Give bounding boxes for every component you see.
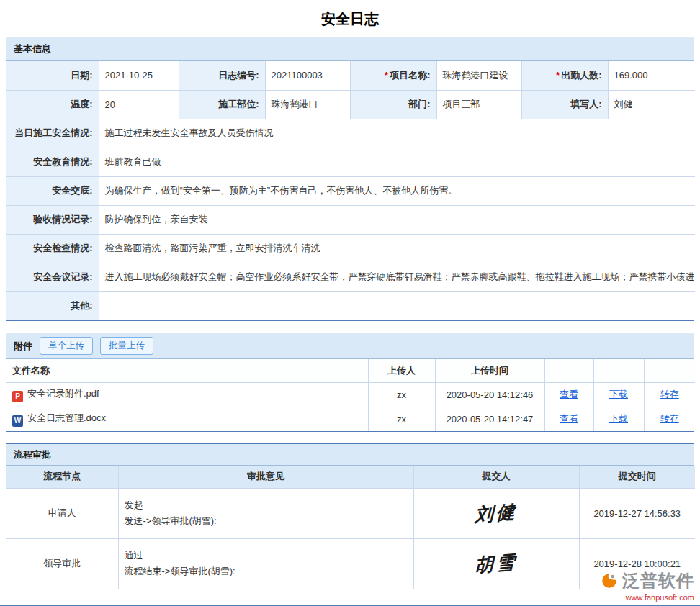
basic-info-section-title: 基本信息	[14, 42, 51, 55]
table-row: W安全日志管理.docx zx 2020-05-20 14:12:47 查看 下…	[6, 407, 695, 431]
opinion-line: 发起	[125, 497, 408, 513]
signature: 刘健	[475, 499, 518, 528]
required-asterisk: *	[385, 70, 388, 81]
field-label-text: 日期:	[71, 70, 92, 81]
field-label: *出勤人数:	[521, 61, 608, 90]
safety-meeting-field: 进入施工现场必须戴好安全帽；高空作业必须系好安全带，严禁穿硬底带钉易滑鞋；严禁赤…	[99, 263, 695, 291]
brand-name: 泛普软件	[622, 569, 694, 592]
column-header-empty	[544, 359, 593, 382]
table-row: 当日施工安全情况: 施工过程未发生安全事故及人员受伤情况	[6, 119, 695, 148]
opinion-cell: 发起 发送->领导审批(胡雪):	[118, 488, 413, 538]
field-label: 日志编号:	[179, 61, 265, 90]
table-row: 温度: 20 施工部位: 珠海鹤港口 部门: 项目三部 填写人: 刘健	[6, 90, 695, 119]
field-label: 部门:	[350, 90, 436, 119]
field-label: 填写人:	[521, 90, 608, 119]
field-label: 安全教育情况:	[6, 148, 99, 176]
approval-section-title: 流程审批	[14, 448, 51, 461]
field-label: 验收情况记录:	[6, 205, 99, 234]
approval-table: 流程节点 审批意见 提交人 提交时间 申请人 发起 发送->领导审批(胡雪): …	[6, 466, 695, 589]
field-label: 温度:	[6, 90, 99, 119]
field-label: *项目名称:	[350, 61, 436, 90]
attachments-section-header: 附件 单个上传 批量上传	[6, 333, 694, 359]
table-header-row: 流程节点 审批意见 提交人 提交时间	[6, 466, 695, 488]
download-link[interactable]: 下载	[609, 389, 628, 399]
column-header-empty	[644, 359, 695, 382]
field-label-text: 填写人:	[570, 99, 601, 109]
opinion-cell: 通过 流程结束->领导审批(胡雪):	[118, 538, 413, 589]
column-header-opinion: 审批意见	[118, 466, 413, 488]
safety-inspection-field: 检查路面清洗，路面污染严重，立即安排清洗车清洗	[99, 234, 695, 263]
field-label: 日期:	[6, 61, 99, 90]
log-number-field: 2021100003	[265, 61, 350, 90]
attachments-table: 文件名称 上传人 上传时间 P安全记录附件.pdf zx 2020-05-20 …	[6, 359, 695, 431]
file-name: 安全记录附件.pdf	[27, 388, 99, 399]
field-label-text: 项目名称:	[390, 70, 430, 81]
column-header-uploader: 上传人	[368, 359, 435, 382]
field-label-text: 日志编号:	[218, 70, 259, 81]
acceptance-record-field: 防护确保到位，亲自安装	[99, 205, 695, 234]
table-row: 其他:	[6, 291, 695, 320]
approval-section-header: 流程审批	[6, 444, 694, 466]
basic-info-table: 日期: 2021-10-25 日志编号: 2021100003 *项目名称: 珠…	[6, 61, 695, 320]
table-row: 安全检查情况: 检查路面清洗，路面污染严重，立即安排清洗车清洗	[6, 234, 695, 263]
save-as-link[interactable]: 转存	[660, 413, 679, 424]
writer-field: 刘健	[608, 90, 695, 119]
view-link[interactable]: 查看	[560, 389, 578, 399]
approval-panel: 流程审批 流程节点 审批意见 提交人 提交时间 申请人 发起 发送->领导审批(…	[6, 443, 694, 589]
table-header-row: 文件名称 上传人 上传时间	[6, 359, 695, 382]
table-row: 安全教育情况: 班前教育已做	[6, 148, 695, 176]
field-label: 安全交底:	[6, 176, 99, 205]
basic-info-section-header: 基本信息	[6, 37, 694, 61]
field-label: 安全检查情况:	[6, 234, 99, 263]
project-name-field: 珠海鹤港口建设	[436, 61, 521, 90]
signature-cell: 刘健	[413, 488, 579, 538]
uploader-cell: zx	[368, 407, 435, 431]
table-row: 安全交底: 为确保生产，做到“安全第一、预防为主”不伤害自己，不伤害他人、不被他…	[6, 176, 695, 205]
construction-part-field: 珠海鹤港口	[265, 90, 350, 119]
field-label: 当日施工安全情况:	[6, 119, 99, 148]
node-cell: 领导审批	[6, 538, 118, 589]
signature: 胡雪	[475, 549, 518, 578]
table-row: 领导审批 通过 流程结束->领导审批(胡雪): 胡雪 2019-12-28 10…	[6, 538, 695, 589]
date-field: 2021-10-25	[99, 61, 179, 90]
upload-time-cell: 2020-05-20 14:12:47	[435, 407, 544, 431]
word-icon: W	[12, 415, 23, 427]
page-title: 安全日志	[0, 0, 700, 37]
table-row: 日期: 2021-10-25 日志编号: 2021100003 *项目名称: 珠…	[6, 61, 695, 90]
upload-time-cell: 2020-05-20 14:12:46	[435, 382, 544, 407]
opinion-line: 发送->领导审批(胡雪):	[125, 513, 408, 529]
daily-safety-field: 施工过程未发生安全事故及人员受伤情况	[99, 119, 695, 148]
save-as-link[interactable]: 转存	[660, 389, 679, 399]
brand-url-link[interactable]: www.fanpusoft.com	[600, 593, 694, 602]
pdf-icon: P	[12, 391, 23, 402]
attachments-section-title: 附件	[14, 340, 32, 353]
fanpu-logo-icon	[600, 571, 619, 590]
column-header-upload-time: 上传时间	[435, 359, 544, 382]
batch-upload-button[interactable]: 批量上传	[100, 337, 153, 355]
file-name-cell: W安全日志管理.docx	[6, 407, 368, 431]
field-label-text: 施工部位:	[218, 99, 259, 109]
opinion-line: 通过	[125, 548, 408, 564]
signature-cell: 胡雪	[413, 538, 579, 589]
table-row: 验收情况记录: 防护确保到位，亲自安装	[6, 205, 695, 234]
file-name: 安全日志管理.docx	[27, 412, 106, 423]
field-label-text: 温度:	[71, 99, 92, 109]
content-area: 基本信息 日期: 2021-10-25 日志编号: 2021100003 *项目…	[6, 37, 694, 589]
view-link[interactable]: 查看	[560, 413, 578, 424]
safety-education-field: 班前教育已做	[99, 148, 695, 176]
single-upload-button[interactable]: 单个上传	[40, 337, 93, 355]
column-header-node: 流程节点	[6, 466, 118, 488]
node-cell: 申请人	[6, 488, 118, 538]
field-label: 安全会议记录:	[6, 263, 99, 291]
column-header-filename: 文件名称	[6, 359, 368, 382]
table-row: 申请人 发起 发送->领导审批(胡雪): 刘健 2019-12-27 14:56…	[6, 488, 695, 538]
column-header-submitter: 提交人	[413, 466, 579, 488]
field-label: 施工部位:	[179, 90, 265, 119]
submit-time-cell: 2019-12-27 14:56:33	[579, 488, 695, 538]
safety-briefing-field: 为确保生产，做到“安全第一、预防为主”不伤害自己，不伤害他人、不被他人所伤害。	[99, 176, 695, 205]
field-label: 其他:	[6, 291, 99, 320]
column-header-submit-time: 提交时间	[579, 466, 695, 488]
uploader-cell: zx	[368, 382, 435, 407]
download-link[interactable]: 下载	[609, 413, 628, 424]
required-asterisk: *	[556, 70, 560, 81]
